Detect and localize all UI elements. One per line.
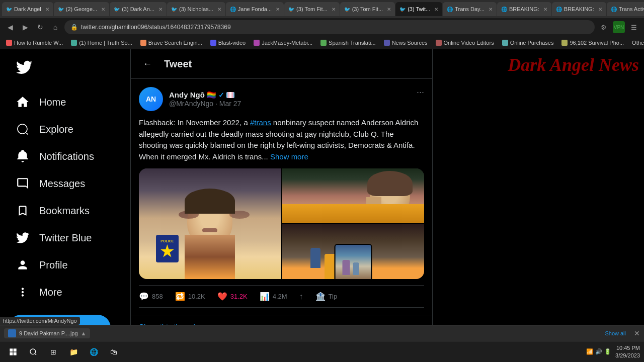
- bookmark-truth[interactable]: (1) Home | Truth So...: [69, 39, 134, 47]
- browser-chrome: 🐦 Dark Angel ✕ 🐦 (2) George... ✕ 🐦 (3) D…: [0, 0, 644, 49]
- home-nav-button[interactable]: ⌂: [49, 21, 61, 33]
- tab-george[interactable]: 🐦 (2) George... ✕: [54, 2, 109, 16]
- sidebar-item-messages[interactable]: Messages: [8, 171, 122, 196]
- tweet-detail-header: ← Tweet: [131, 49, 432, 79]
- more-icon: [16, 286, 29, 299]
- heart-icon: ❤️: [217, 292, 227, 301]
- tab-tom-fit-2[interactable]: 🐦 (3) Tom Fit... ✕: [340, 2, 395, 16]
- store-button[interactable]: 🛍: [105, 343, 123, 361]
- bookmark-survival[interactable]: 96,102 Survival Pho...: [559, 39, 626, 47]
- svg-rect-3: [14, 352, 17, 355]
- file-explorer-button[interactable]: 📁: [64, 343, 83, 361]
- bookmark-spanish[interactable]: Spanish Translati...: [318, 39, 378, 47]
- sidebar-item-twitter-blue[interactable]: Twitter Blue: [8, 225, 122, 250]
- bookmark-purchases[interactable]: Online Purchases: [500, 39, 556, 47]
- tweet-image-right-top[interactable]: [282, 168, 425, 223]
- forward-nav-button[interactable]: ▶: [19, 21, 31, 33]
- tab-breaking-2[interactable]: 🌐 BREAKING: ✕: [552, 2, 606, 16]
- tab-dark-an[interactable]: 🐦 (3) Dark An... ✕: [110, 2, 167, 16]
- tab-trans-day[interactable]: 🌐 Trans Day... ✕: [443, 2, 497, 16]
- share-action[interactable]: ↑: [299, 292, 303, 301]
- task-view-button[interactable]: ⊞: [44, 343, 62, 361]
- content-area: ← Tweet AN Andy Ngô 🏳️‍🌈 ✓: [131, 49, 644, 362]
- bookmark-label: How to Rumble W...: [14, 40, 63, 46]
- show-all-downloads-button[interactable]: Show all: [601, 329, 630, 337]
- volume-icon: 🔊: [595, 348, 602, 355]
- tab-breaking-1[interactable]: 🌐 BREAKING: ✕: [497, 2, 551, 16]
- start-button[interactable]: [4, 343, 22, 361]
- bookmark-icon: [16, 204, 29, 217]
- main-container: Home Explore Notifications Messages Book: [0, 49, 644, 362]
- verified-badge: ✓: [218, 91, 224, 99]
- browser-taskbar-button[interactable]: 🌐: [85, 343, 103, 361]
- retweet-action[interactable]: 🔁 10.2K: [175, 292, 205, 301]
- tab-trans-activ[interactable]: 🌐 Trans Activ... ✕: [607, 2, 644, 16]
- views-count: 4.2M: [273, 293, 287, 300]
- main-tweet: AN Andy Ngô 🏳️‍🌈 ✓ @MrAndyNgo ·: [131, 79, 432, 316]
- bookmark-news[interactable]: News Sources: [382, 39, 430, 47]
- bookmark-blast[interactable]: Blast-video: [208, 39, 248, 47]
- tweet-author-row: AN Andy Ngô 🏳️‍🌈 ✓ @MrAndyNgo ·: [139, 87, 424, 111]
- bookmark-jack[interactable]: JackMasey-Metabi...: [252, 39, 314, 47]
- sidebar-item-home[interactable]: Home: [8, 89, 122, 115]
- sidebar-item-more-label: More: [39, 287, 62, 298]
- watermark: Dark Angel News: [508, 54, 644, 75]
- sidebar-item-profile[interactable]: Profile: [8, 252, 122, 278]
- comment-count: 858: [152, 293, 163, 300]
- bookmark-label: Online Video Editors: [444, 40, 494, 46]
- search-taskbar-button[interactable]: [24, 343, 42, 361]
- taskbar-right: 📶 🔊 🔋 10:45 PM 3/29/2023: [586, 344, 640, 359]
- tab-nicholas[interactable]: 🐦 (3) Nicholas... ✕: [167, 2, 225, 16]
- address-bar[interactable]: 🔒 twitter.com/ghamillon096/status/164048…: [64, 20, 595, 34]
- status-bar-link: https://twitter.com/MrAndyNgo: [0, 317, 80, 325]
- bookmark-label: Online Purchases: [510, 40, 554, 46]
- download-filename: 9 David Pakman P....jpg: [19, 330, 78, 336]
- bookmark-brave[interactable]: Brave Search Engin...: [138, 39, 204, 47]
- download-file-icon: [8, 329, 16, 337]
- vpn-btn[interactable]: VPN: [613, 21, 625, 33]
- tweet-more-button[interactable]: ···: [417, 87, 424, 98]
- tab-tom-fit-1[interactable]: 🐦 (3) Tom Fit... ✕: [284, 2, 340, 16]
- system-clock[interactable]: 10:45 PM 3/29/2023: [615, 344, 640, 359]
- menu-btn[interactable]: ☰: [628, 21, 640, 33]
- tweet-image-right-bottom[interactable]: [282, 224, 425, 279]
- back-nav-button[interactable]: ◀: [4, 21, 16, 33]
- sidebar-item-bookmarks[interactable]: Bookmarks: [8, 198, 122, 223]
- hashtag-trans[interactable]: #trans: [250, 118, 271, 127]
- bookmark-other[interactable]: Other bookmarks: [630, 39, 644, 47]
- like-count: 31.2K: [230, 293, 248, 300]
- sidebar-item-explore[interactable]: Explore: [8, 117, 122, 142]
- browser-controls: ◀ ▶ ↻ ⌂ 🔒 twitter.com/ghamillon096/statu…: [0, 18, 644, 36]
- clock-date: 3/29/2023: [615, 352, 640, 359]
- sidebar-item-more[interactable]: More: [8, 280, 122, 305]
- show-more-link[interactable]: Show more: [270, 152, 308, 161]
- sidebar-item-notifications[interactable]: Notifications: [8, 144, 122, 169]
- svg-rect-0: [10, 348, 13, 351]
- like-action[interactable]: ❤️ 31.2K: [217, 292, 248, 301]
- twitter-logo[interactable]: [8, 53, 122, 83]
- close-download-bar-button[interactable]: ✕: [634, 329, 640, 337]
- system-tray: 📶 🔊 🔋: [586, 348, 611, 355]
- tab-dark-angel[interactable]: 🐦 Dark Angel ✕: [2, 2, 53, 16]
- reload-button[interactable]: ↻: [34, 21, 46, 33]
- back-button[interactable]: ←: [139, 55, 156, 72]
- download-item[interactable]: 9 David Pakman P....jpg ▲: [4, 328, 90, 338]
- tweet-column: ← Tweet AN Andy Ngô 🏳️‍🌈 ✓: [131, 49, 433, 362]
- tweet-image-left[interactable]: POLICE: [139, 168, 281, 279]
- tip-action[interactable]: 🏦 Tip: [315, 292, 338, 301]
- battery-icon: 🔋: [604, 348, 611, 355]
- bookmark-rumble[interactable]: How to Rumble W...: [4, 39, 65, 47]
- tab-twit-active[interactable]: 🐦 (3) Twit... ✕: [395, 2, 442, 16]
- extensions-btn[interactable]: ⚙: [598, 21, 610, 33]
- taskbar: ⊞ 📁 🌐 🛍 📶 🔊 🔋 10:45 PM 3/29/2023: [0, 341, 644, 362]
- download-bar: 9 David Pakman P....jpg ▲ Show all ✕: [0, 325, 644, 341]
- sidebar-item-messages-label: Messages: [39, 178, 85, 190]
- views-action[interactable]: 📊 4.2M: [260, 292, 287, 301]
- retweet-icon: 🔁: [175, 292, 185, 301]
- comment-action[interactable]: 💬 858: [139, 292, 163, 301]
- bookmark-label: Other bookmarks: [632, 40, 644, 46]
- bookmark-video[interactable]: Online Video Editors: [434, 39, 496, 47]
- bookmarks-bar: How to Rumble W... (1) Home | Truth So..…: [0, 36, 644, 49]
- retweet-count: 10.2K: [188, 293, 205, 300]
- tab-jane-fonda[interactable]: 🌐 Jane Fonda... ✕: [226, 2, 284, 16]
